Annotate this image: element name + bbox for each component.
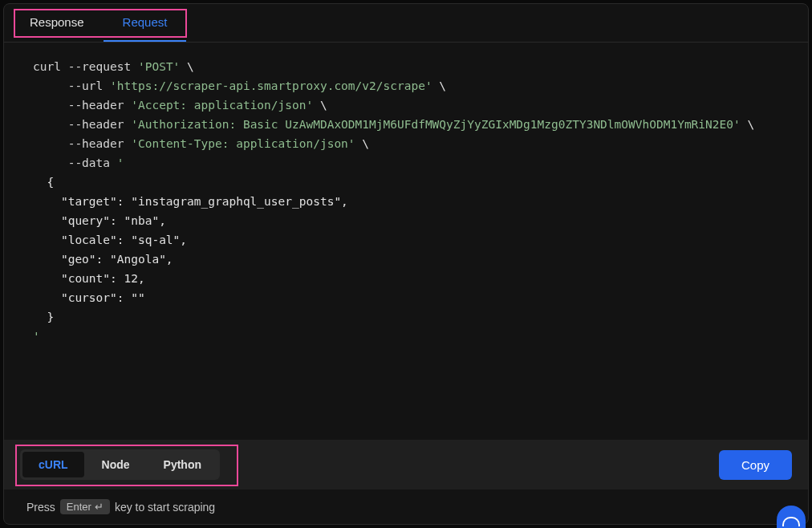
code-text: --url: [33, 79, 103, 92]
code-text: "count": 12,: [33, 272, 145, 285]
enter-icon: ↵: [95, 501, 104, 513]
code-text: "cursor": "": [33, 291, 145, 304]
code-block: curl --request 'POST' \ --url 'https://s…: [4, 43, 808, 440]
code-text: 'Accept: application/json': [124, 99, 314, 112]
hint-suffix: key to start scraping: [115, 501, 215, 514]
code-text: --header: [33, 137, 124, 150]
code-text: --header: [33, 99, 124, 112]
code-text: --header: [33, 118, 124, 131]
lang-tab-curl[interactable]: cURL: [22, 452, 84, 477]
tab-request[interactable]: Request: [104, 4, 187, 42]
code-text: "geo": "Angola",: [33, 253, 173, 266]
lang-tab-node[interactable]: Node: [86, 452, 146, 477]
code-text: {: [33, 176, 54, 189]
code-text: "locale": "sq-al",: [33, 234, 187, 246]
panel: Response Request curl --request 'POST' \…: [3, 3, 809, 525]
code-text: ': [110, 156, 124, 169]
code-text: 'https://scraper-api.smartproxy.com/v2/s…: [103, 79, 432, 92]
code-text: ': [33, 330, 40, 343]
code-text: \: [313, 99, 327, 112]
code-text: \: [432, 79, 446, 92]
chat-widget-icon[interactable]: [777, 506, 806, 528]
code-text: \: [355, 137, 369, 150]
tab-response[interactable]: Response: [10, 4, 104, 42]
code-text: "target": "instagram_graphql_user_posts"…: [33, 195, 348, 208]
language-tabs: cURL Node Python: [20, 449, 220, 480]
code-text: --request: [68, 60, 132, 73]
code-text: }: [33, 311, 54, 323]
code-text: 'Authorization: Basic UzAwMDAxODM1MjM6UF…: [124, 118, 741, 131]
code-text: \: [180, 60, 193, 73]
enter-key-badge: Enter ↵: [60, 499, 110, 514]
lang-tab-python[interactable]: Python: [148, 452, 217, 477]
code-text: --data: [33, 156, 110, 169]
key-label: Enter: [67, 501, 91, 513]
code-text: 'POST': [131, 60, 180, 73]
hint-bar: Press Enter ↵ key to start scraping: [4, 489, 808, 524]
code-text: "query": "nba",: [33, 214, 166, 227]
hint-prefix: Press: [26, 501, 55, 514]
code-text: 'Content-Type: application/json': [124, 137, 355, 150]
bottom-bar: cURL Node Python Copy: [4, 440, 808, 489]
code-text: \: [741, 118, 754, 131]
code-text: curl: [33, 60, 68, 73]
top-tabs: Response Request: [4, 4, 808, 43]
copy-button[interactable]: Copy: [719, 450, 792, 480]
